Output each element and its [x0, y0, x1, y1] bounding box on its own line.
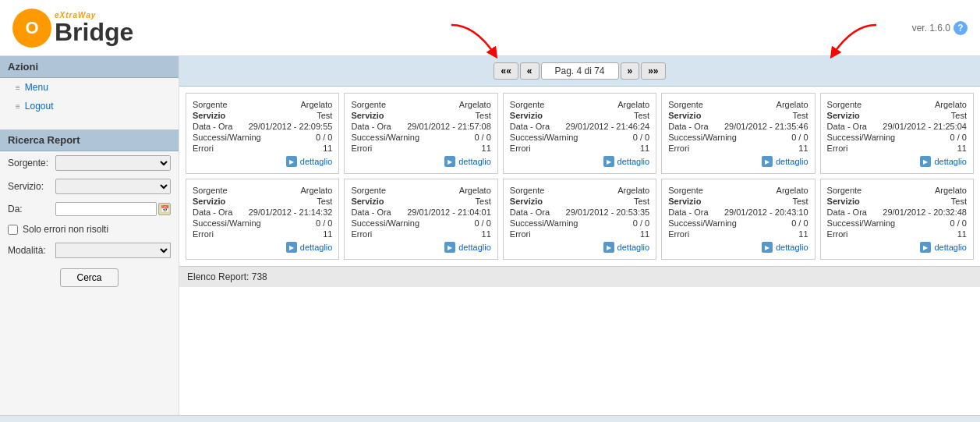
sw-label: Successi/Warning: [827, 133, 896, 142]
dettaglio-link[interactable]: dettaglio: [776, 157, 808, 166]
sorgente-label: Sorgente:: [8, 158, 51, 168]
da-input[interactable]: [55, 202, 157, 216]
dettaglio-link[interactable]: dettaglio: [934, 157, 967, 166]
card-data-row: Data - Ora 29/01/2012 - 21:04:01: [351, 207, 490, 217]
data-value: 29/01/2012 - 21:25:04: [883, 122, 967, 131]
sorgente-value: Argelato: [617, 100, 649, 109]
sw-value: 0 / 0: [633, 218, 649, 228]
servizio-label: Servizio: [827, 111, 860, 120]
dettaglio-link[interactable]: dettaglio: [934, 243, 967, 252]
dettaglio-icon: ▶: [286, 156, 297, 167]
bridge-label: Bridge: [55, 20, 133, 44]
card-servizio-row: Servizio Test: [351, 111, 490, 120]
card-sw-row: Successi/Warning 0 / 0: [351, 133, 490, 142]
dettaglio-link[interactable]: dettaglio: [776, 243, 808, 252]
report-card: Sorgente Argelato Servizio Test Data - O…: [186, 93, 339, 174]
card-sorgente-row: Sorgente Argelato: [351, 186, 490, 195]
sorgente-label: Sorgente: [827, 100, 862, 109]
servizio-label: Servizio: [668, 197, 701, 206]
servizio-select[interactable]: [55, 179, 171, 194]
card-sw-row: Successi/Warning 0 / 0: [827, 218, 967, 228]
servizio-value: Test: [951, 111, 967, 120]
card-sw-row: Successi/Warning 0 / 0: [193, 133, 332, 142]
dettaglio-link[interactable]: dettaglio: [458, 157, 491, 166]
card-servizio-row: Servizio Test: [193, 111, 332, 120]
sorgente-label: Sorgente: [668, 186, 703, 195]
errori-value: 11: [640, 144, 649, 153]
menu-label: Menu: [25, 82, 48, 93]
card-errori-row: Errori 11: [510, 144, 649, 153]
cerca-button[interactable]: Cerca: [60, 268, 118, 287]
dettaglio-link[interactable]: dettaglio: [617, 157, 650, 166]
modalita-select[interactable]: [55, 243, 171, 258]
card-dettaglio-row: ▶ dettaglio: [827, 156, 967, 167]
card-data-row: Data - Ora 29/01/2012 - 20:43:10: [668, 207, 808, 217]
help-icon[interactable]: ?: [953, 21, 968, 35]
dettaglio-link[interactable]: dettaglio: [458, 243, 491, 252]
sidebar-item-logout[interactable]: Logout: [0, 97, 179, 115]
data-label: Data - Ora: [668, 207, 708, 217]
next-page-button[interactable]: »: [621, 62, 640, 80]
servizio-value: Test: [476, 197, 491, 206]
dettaglio-link[interactable]: dettaglio: [617, 243, 650, 252]
card-sw-row: Successi/Warning 0 / 0: [193, 218, 332, 228]
servizio-row: Servizio:: [0, 175, 179, 198]
first-page-button[interactable]: ««: [494, 62, 518, 80]
report-card: Sorgente Argelato Servizio Test Data - O…: [661, 179, 815, 260]
servizio-label: Servizio:: [8, 181, 51, 192]
card-servizio-row: Servizio Test: [668, 197, 808, 206]
calendar-icon[interactable]: 📅: [158, 203, 171, 215]
prev-page-button[interactable]: «: [520, 62, 540, 80]
card-errori-row: Errori 11: [827, 144, 967, 153]
servizio-label: Servizio: [510, 111, 543, 120]
dettaglio-icon: ▶: [603, 242, 614, 253]
solo-errori-checkbox[interactable]: [8, 225, 18, 235]
card-dettaglio-row: ▶ dettaglio: [827, 242, 967, 253]
errori-value: 11: [798, 144, 808, 153]
servizio-value: Test: [317, 111, 332, 120]
sidebar-item-menu[interactable]: Menu: [0, 78, 179, 97]
errori-label: Errori: [668, 144, 689, 153]
errori-value: 11: [957, 144, 967, 153]
sorgente-select[interactable]: [55, 155, 171, 171]
da-row: Da: 📅: [0, 198, 179, 220]
servizio-label: Servizio: [510, 197, 543, 206]
sorgente-value: Argelato: [459, 186, 491, 195]
sorgente-label: Sorgente: [510, 186, 545, 195]
logo-area: O eXtraWay Bridge: [12, 9, 133, 48]
card-data-row: Data - Ora 29/01/2012 - 22:09:55: [193, 122, 332, 131]
last-page-button[interactable]: »»: [641, 62, 665, 80]
header: O eXtraWay Bridge ver. 1.6.0 ?: [0, 0, 980, 56]
sorgente-value: Argelato: [935, 100, 967, 109]
cards-grid: Sorgente Argelato Servizio Test Data - O…: [179, 87, 980, 266]
sw-label: Successi/Warning: [193, 133, 261, 142]
modalita-row: Modalità:: [0, 239, 179, 262]
dettaglio-link[interactable]: dettaglio: [300, 157, 333, 166]
servizio-value: Test: [792, 197, 808, 206]
card-sorgente-row: Sorgente Argelato: [668, 186, 808, 195]
card-servizio-row: Servizio Test: [510, 111, 649, 120]
dettaglio-link[interactable]: dettaglio: [300, 243, 333, 252]
card-sorgente-row: Sorgente Argelato: [351, 100, 490, 109]
dettaglio-icon: ▶: [286, 242, 297, 253]
status-text: Elenco Report: 738: [187, 271, 267, 282]
card-servizio-row: Servizio Test: [510, 197, 649, 206]
sorgente-value: Argelato: [459, 100, 491, 109]
errori-label: Errori: [193, 229, 214, 239]
report-card: Sorgente Argelato Servizio Test Data - O…: [503, 179, 656, 260]
errori-value: 11: [323, 144, 332, 153]
report-card: Sorgente Argelato Servizio Test Data - O…: [186, 179, 339, 260]
main-layout: Azioni Menu Logout Ricerca Report Sorgen…: [0, 56, 980, 415]
card-errori-row: Errori 11: [510, 229, 649, 239]
card-sorgente-row: Sorgente Argelato: [510, 100, 649, 109]
data-value: 29/01/2012 - 20:43:10: [724, 207, 808, 217]
data-label: Data - Ora: [351, 207, 391, 217]
data-value: 29/01/2012 - 20:32:48: [883, 207, 967, 217]
card-data-row: Data - Ora 29/01/2012 - 21:35:46: [668, 122, 808, 131]
sw-label: Successi/Warning: [827, 218, 896, 228]
card-dettaglio-row: ▶ dettaglio: [510, 242, 649, 253]
da-label: Da:: [8, 204, 51, 215]
report-card: Sorgente Argelato Servizio Test Data - O…: [820, 179, 974, 260]
date-field-wrapper: 📅: [55, 202, 171, 216]
sorgente-label: Sorgente: [668, 100, 703, 109]
